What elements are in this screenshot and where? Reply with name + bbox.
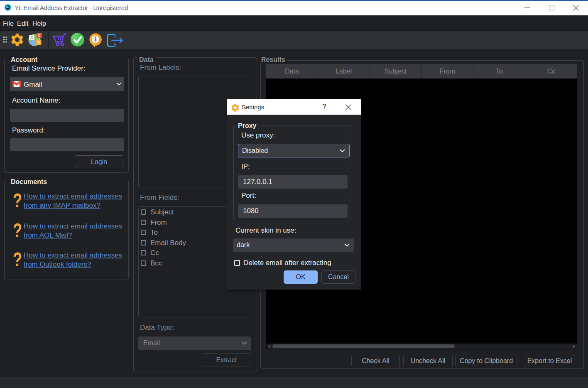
svg-text:म: म <box>37 41 40 45</box>
svg-text:A: A <box>30 35 33 40</box>
